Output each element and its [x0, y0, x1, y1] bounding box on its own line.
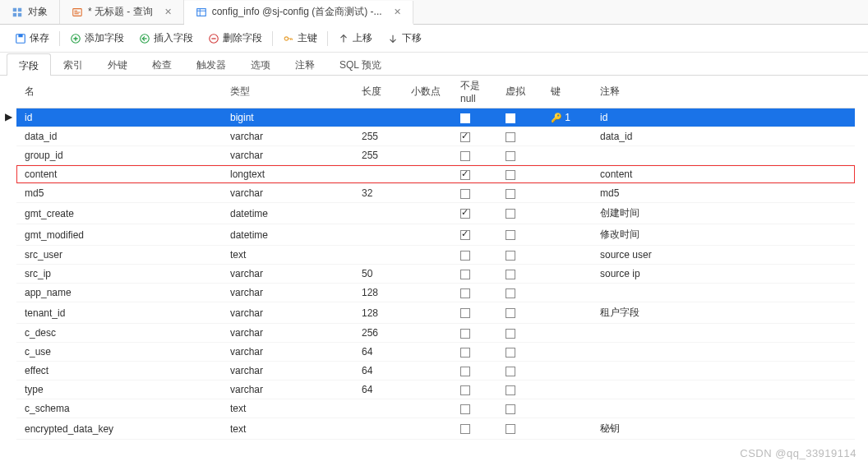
cell-key[interactable]	[542, 246, 592, 265]
cell-length[interactable]: 128	[353, 302, 403, 324]
cell-decimal[interactable]	[403, 146, 452, 165]
cell-comment[interactable]: source ip	[592, 265, 855, 284]
checkbox-icon[interactable]	[460, 348, 470, 358]
checkbox-icon[interactable]	[460, 367, 470, 376]
table-row[interactable]: c_descvarchar256	[16, 324, 855, 343]
table-row[interactable]: ▶idbigint🔑 1id	[16, 108, 855, 127]
table-row[interactable]: app_namevarchar128	[16, 284, 855, 302]
cell-decimal[interactable]	[403, 381, 452, 399]
cell-virtual[interactable]	[497, 362, 542, 381]
checkbox-icon[interactable]	[506, 348, 515, 358]
cell-length[interactable]: 64	[353, 381, 403, 399]
checkbox-icon[interactable]	[460, 251, 470, 261]
cell-notnull[interactable]	[452, 265, 497, 284]
cell-virtual[interactable]	[497, 224, 542, 246]
cell-decimal[interactable]	[403, 418, 452, 440]
cell-virtual[interactable]	[497, 146, 542, 165]
cell-comment[interactable]	[592, 146, 855, 165]
table-row[interactable]: md5varchar32md5	[16, 184, 855, 203]
table-row[interactable]: contentlongtextcontent	[16, 165, 855, 184]
cell-length[interactable]: 255	[353, 127, 403, 146]
cell-type[interactable]: varchar	[222, 127, 353, 146]
cell-key[interactable]	[542, 381, 592, 399]
cell-notnull[interactable]	[452, 165, 497, 184]
cell-comment[interactable]: data_id	[592, 127, 855, 146]
cell-type[interactable]: varchar	[222, 343, 353, 362]
cell-decimal[interactable]	[403, 246, 452, 265]
checkbox-icon[interactable]	[506, 151, 515, 161]
checkbox-icon[interactable]	[506, 367, 515, 376]
primary-key-button[interactable]: 主键	[276, 28, 324, 48]
cell-virtual[interactable]	[497, 246, 542, 265]
checkbox-icon[interactable]	[506, 270, 515, 279]
checkbox-icon[interactable]	[506, 230, 515, 240]
move-down-button[interactable]: 下移	[381, 28, 428, 48]
cell-decimal[interactable]	[403, 184, 452, 203]
document-tab[interactable]: 对象	[0, 0, 60, 24]
sub-tab[interactable]: SQL 预览	[327, 53, 394, 75]
cell-length[interactable]: 256	[353, 324, 403, 343]
header-notnull[interactable]: 不是 null	[452, 76, 497, 108]
sub-tab[interactable]: 选项	[238, 53, 283, 75]
cell-type[interactable]: longtext	[222, 165, 353, 184]
cell-length[interactable]	[353, 203, 403, 224]
cell-key[interactable]	[542, 184, 592, 203]
cell-name[interactable]: data_id	[16, 127, 222, 146]
cell-name[interactable]: md5	[16, 184, 222, 203]
close-icon[interactable]: ✕	[394, 7, 401, 17]
cell-virtual[interactable]	[497, 302, 542, 324]
cell-length[interactable]: 64	[353, 362, 403, 381]
cell-length[interactable]	[353, 108, 403, 127]
table-row[interactable]: encrypted_data_keytext秘钥	[16, 418, 855, 440]
cell-virtual[interactable]	[497, 399, 542, 418]
cell-decimal[interactable]	[403, 302, 452, 324]
cell-type[interactable]: varchar	[222, 362, 353, 381]
cell-comment[interactable]: 创建时间	[592, 203, 855, 224]
cell-name[interactable]: type	[16, 381, 222, 399]
cell-length[interactable]	[353, 418, 403, 440]
table-row[interactable]: src_usertextsource user	[16, 246, 855, 265]
table-row[interactable]: c_schematext	[16, 399, 855, 418]
cell-comment[interactable]	[592, 324, 855, 343]
cell-length[interactable]: 50	[353, 265, 403, 284]
cell-comment[interactable]: md5	[592, 184, 855, 203]
cell-decimal[interactable]	[403, 265, 452, 284]
cell-notnull[interactable]	[452, 127, 497, 146]
cell-name[interactable]: app_name	[16, 284, 222, 302]
cell-type[interactable]: varchar	[222, 184, 353, 203]
header-length[interactable]: 长度	[353, 76, 403, 108]
cell-comment[interactable]: content	[592, 165, 855, 184]
cell-length[interactable]	[353, 246, 403, 265]
cell-decimal[interactable]	[403, 284, 452, 302]
cell-key[interactable]	[542, 203, 592, 224]
cell-name[interactable]: src_user	[16, 246, 222, 265]
cell-decimal[interactable]	[403, 108, 452, 127]
cell-notnull[interactable]	[452, 381, 497, 399]
cell-key[interactable]	[542, 343, 592, 362]
header-comment[interactable]: 注释	[592, 76, 855, 108]
cell-virtual[interactable]	[497, 418, 542, 440]
cell-type[interactable]: text	[222, 246, 353, 265]
cell-key[interactable]	[542, 302, 592, 324]
checkbox-icon[interactable]	[460, 404, 470, 414]
cell-notnull[interactable]	[452, 324, 497, 343]
cell-decimal[interactable]	[403, 127, 452, 146]
checkbox-icon[interactable]	[506, 132, 515, 142]
checkbox-icon[interactable]	[460, 329, 470, 339]
checkbox-icon[interactable]	[506, 189, 515, 199]
sub-tab[interactable]: 字段	[7, 53, 51, 76]
cell-key[interactable]	[542, 127, 592, 146]
cell-virtual[interactable]	[497, 184, 542, 203]
cell-comment[interactable]: id	[592, 108, 855, 127]
table-row[interactable]: c_usevarchar64	[16, 343, 855, 362]
cell-name[interactable]: group_id	[16, 146, 222, 165]
cell-name[interactable]: src_ip	[16, 265, 222, 284]
cell-type[interactable]: varchar	[222, 146, 353, 165]
cell-key[interactable]	[542, 324, 592, 343]
cell-virtual[interactable]	[497, 343, 542, 362]
table-row[interactable]: group_idvarchar255	[16, 146, 855, 165]
cell-virtual[interactable]	[497, 165, 542, 184]
cell-name[interactable]: effect	[16, 362, 222, 381]
cell-type[interactable]: varchar	[222, 381, 353, 399]
cell-key[interactable]	[542, 165, 592, 184]
